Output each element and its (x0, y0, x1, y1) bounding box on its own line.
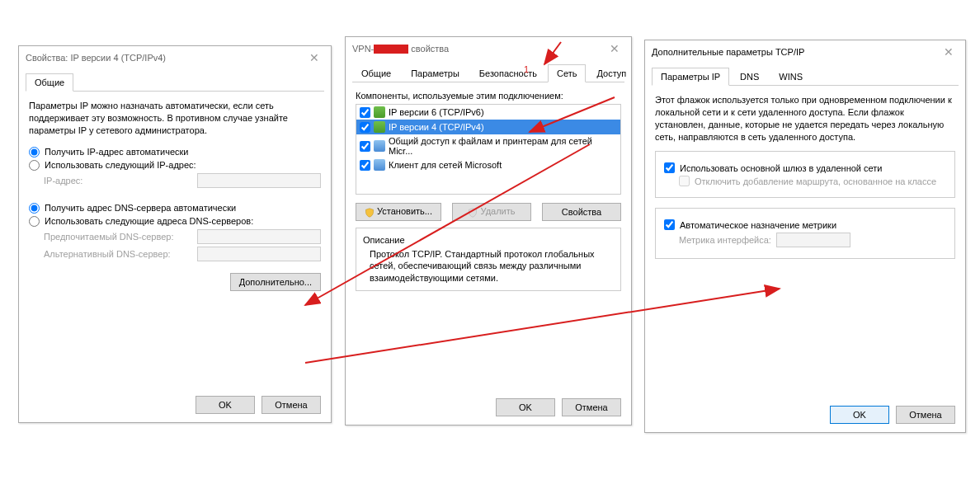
checkbox-auto-metric-label: Автоматическое назначение метрики (680, 220, 836, 230)
checkbox-class-route-label: Отключить добавление маршрута, основанно… (695, 176, 936, 186)
tab-params[interactable]: Параметры (402, 64, 469, 82)
radio-manual-dns-label: Использовать следующие адреса DNS-сервер… (45, 216, 253, 226)
shield-icon (468, 208, 478, 218)
list-item[interactable]: IP версии 6 (TCP/IPv6) (356, 105, 620, 120)
checkbox-auto-metric[interactable] (664, 219, 675, 230)
client-icon (374, 159, 385, 171)
tab-access[interactable]: Доступ (587, 64, 635, 82)
list-item[interactable]: Общий доступ к файлам и принтерам для се… (356, 134, 620, 157)
description-group: Описание Протокол TCP/IP. Стандартный пр… (356, 228, 621, 291)
titlebar: VPN- свойства ✕ (346, 37, 631, 60)
item-checkbox[interactable] (360, 107, 370, 118)
install-button[interactable]: Установить... (356, 203, 441, 221)
button-row: OK Отмена (496, 398, 621, 416)
protocol-icon (374, 121, 385, 133)
item-label: Общий доступ к файлам и принтерам для се… (389, 136, 617, 156)
item-label: IP версии 6 (TCP/IPv6) (389, 107, 484, 117)
intro-text: Параметры IP можно назначать автоматичес… (29, 100, 321, 137)
tab-network[interactable]: Сеть (548, 64, 586, 82)
label-dns1: Предпочитаемый DNS-сервер: (44, 232, 173, 242)
radio-manual-dns[interactable] (29, 216, 40, 227)
item-checkbox[interactable] (360, 160, 370, 171)
button-row: OK Отмена (830, 406, 955, 424)
ip-field (197, 173, 321, 188)
tab-wins[interactable]: WINS (770, 68, 812, 86)
tabbar: Общие Параметры Безопасность Сеть Доступ (352, 63, 624, 82)
cancel-button[interactable]: Отмена (896, 406, 955, 424)
radio-auto-ip-label: Получить IP-адрес автоматически (45, 147, 188, 157)
description-text: Протокол TCP/IP. Стандартный протокол гл… (363, 248, 614, 284)
window-title: VPN- свойства (352, 44, 449, 54)
list-item[interactable]: Клиент для сетей Microsoft (356, 157, 620, 172)
checkbox-class-route (679, 176, 690, 186)
close-icon[interactable]: ✕ (605, 43, 624, 54)
tab-general[interactable]: Общие (26, 73, 73, 92)
tab-content: Параметры IP можно назначать автоматичес… (19, 92, 331, 299)
metric-field (776, 233, 850, 247)
remove-button: Удалить (452, 203, 531, 221)
dialog-advanced-tcpip: Дополнительные параметры TCP/IP ✕ Параме… (644, 40, 966, 433)
component-list[interactable]: IP версии 6 (TCP/IPv6) IP версии 4 (TCP/… (356, 104, 621, 195)
intro-text: Этот флажок используется только при одно… (655, 94, 955, 143)
close-icon[interactable]: ✕ (304, 52, 324, 63)
item-checkbox[interactable] (360, 122, 370, 133)
item-label: Клиент для сетей Microsoft (389, 160, 502, 170)
titlebar: Дополнительные параметры TCP/IP ✕ (645, 40, 965, 63)
annotation-1: 1 (524, 64, 529, 74)
ok-button[interactable]: OK (830, 406, 889, 424)
description-label: Описание (363, 235, 614, 245)
cancel-button[interactable]: Отмена (562, 398, 621, 416)
dns2-field (197, 247, 321, 261)
list-item[interactable]: IP версии 4 (TCP/IPv4) (356, 120, 620, 134)
label-dns2: Альтернативный DNS-сервер: (44, 249, 171, 259)
label-metric: Метрика интерфейса: (679, 235, 771, 245)
window-title: Дополнительные параметры TCP/IP (652, 47, 804, 57)
protocol-icon (374, 106, 385, 118)
label-ip: IP-адрес: (44, 176, 82, 186)
tabbar: Общие (26, 73, 324, 92)
titlebar: Свойства: IP версии 4 (TCP/IPv4) ✕ (19, 46, 331, 69)
item-label: IP версии 4 (TCP/IPv4) (389, 122, 484, 132)
window-title: Свойства: IP версии 4 (TCP/IPv4) (26, 53, 166, 63)
radio-auto-dns-label: Получить адрес DNS-сервера автоматически (45, 203, 236, 213)
tab-ip-params[interactable]: Параметры IP (652, 68, 729, 86)
radio-manual-ip-label: Использовать следующий IP-адрес: (45, 160, 196, 170)
tab-dns[interactable]: DNS (731, 68, 768, 86)
share-icon (374, 140, 385, 152)
dialog-vpn-properties: VPN- свойства ✕ Общие Параметры Безопасн… (345, 36, 632, 425)
radio-manual-ip[interactable] (29, 160, 40, 171)
radio-auto-ip[interactable] (29, 147, 40, 157)
button-row: OK Отмена (196, 396, 321, 414)
ok-button[interactable]: OK (496, 398, 555, 416)
tabbar: Параметры IP DNS WINS (652, 67, 959, 86)
ok-button[interactable]: OK (196, 396, 255, 414)
dialog-ipv4-properties: Свойства: IP версии 4 (TCP/IPv4) ✕ Общие… (18, 45, 332, 423)
radio-auto-dns[interactable] (29, 203, 40, 214)
tab-content: Этот флажок используется только при одно… (645, 86, 965, 267)
dns1-field (197, 229, 321, 244)
properties-button[interactable]: Свойства (542, 203, 621, 221)
tab-security[interactable]: Безопасность (470, 64, 546, 82)
item-checkbox[interactable] (360, 141, 370, 152)
shield-icon (365, 208, 375, 218)
tab-general[interactable]: Общие (352, 64, 400, 82)
list-label: Компоненты, используемые этим подключени… (356, 91, 621, 101)
tab-content: Компоненты, используемые этим подключени… (346, 82, 631, 299)
redaction (374, 45, 408, 54)
checkbox-default-gateway[interactable] (664, 162, 675, 173)
close-icon[interactable]: ✕ (939, 46, 959, 58)
cancel-button[interactable]: Отмена (261, 396, 321, 414)
advanced-button[interactable]: Дополнительно... (230, 273, 321, 291)
checkbox-default-gateway-label: Использовать основной шлюз в удаленной с… (680, 163, 883, 173)
